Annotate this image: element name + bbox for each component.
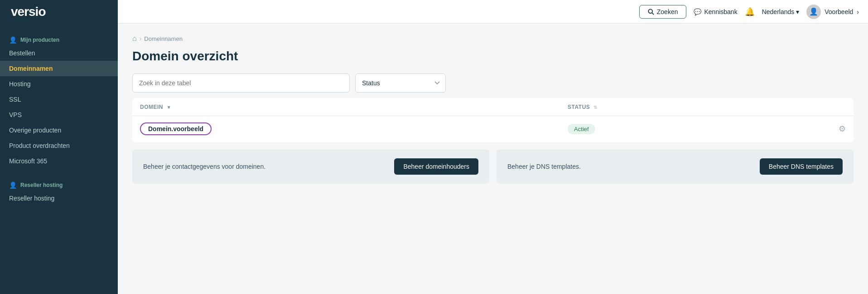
sidebar-section-reseller: 👤 Reseller hosting <box>0 176 118 191</box>
sidebar-item-domeinnamen[interactable]: Domeinnamen <box>0 61 118 76</box>
info-card-domeinhouders-text: Beheer je contactgegevens voor domeinen. <box>143 163 265 170</box>
breadcrumb: ⌂ › Domeinnamen <box>132 34 854 43</box>
status-filter-select[interactable]: Status Actief Inactief Verlopen <box>355 74 446 93</box>
table-header-row: DOMEIN ▼ STATUS ⇅ <box>133 98 854 116</box>
sort-icon-domain[interactable]: ▼ <box>167 105 171 110</box>
section1-label: Mijn producten <box>20 37 59 43</box>
domain-cell: Domein.voorbeeld <box>133 116 561 142</box>
user-profile[interactable]: 👤 Voorbeeld › <box>806 5 859 19</box>
domain-name-highlighted[interactable]: Domein.voorbeeld <box>140 122 212 135</box>
svg-line-1 <box>652 13 654 15</box>
col-header-status: STATUS ⇅ <box>560 98 831 116</box>
sidebar-item-overdrachten[interactable]: Product overdrachten <box>0 138 118 153</box>
main-content: ⌂ › Domeinnamen Domein overzicht Status … <box>118 24 868 294</box>
bell-icon: 🔔 <box>745 7 755 16</box>
language-selector[interactable]: Nederlands ▾ <box>762 8 800 15</box>
status-cell: Actief <box>560 116 831 142</box>
filter-row: Status Actief Inactief Verlopen <box>132 74 854 93</box>
user-chevron-icon: › <box>857 8 859 15</box>
actions-cell: ⚙ <box>831 116 854 142</box>
topnav-right: Zoeken 💬 Kennisbank 🔔 Nederlands ▾ 👤 Voo… <box>639 5 859 19</box>
search-label: Zoeken <box>657 8 678 15</box>
row-settings-button[interactable]: ⚙ <box>839 124 846 134</box>
reseller-icon: 👤 <box>9 181 17 189</box>
sidebar-section-mijn-producten: 👤 Mijn producten <box>0 31 118 45</box>
avatar: 👤 <box>806 5 821 19</box>
domain-table: DOMEIN ▼ STATUS ⇅ Domein.voorbeeld <box>132 98 854 142</box>
home-icon: ⌂ <box>132 34 137 43</box>
breadcrumb-separator: › <box>140 35 142 42</box>
sidebar-item-ssl[interactable]: SSL <box>0 92 118 107</box>
layout: 👤 Mijn producten Bestellen Domeinnamen H… <box>0 24 868 294</box>
sidebar-item-reseller[interactable]: Reseller hosting <box>0 191 118 206</box>
logo-area: versio <box>0 0 118 24</box>
username-label: Voorbeeld <box>825 8 853 15</box>
info-cards: Beheer je contactgegevens voor domeinen.… <box>132 149 854 184</box>
search-icon <box>648 9 654 15</box>
person-icon: 👤 <box>9 36 17 44</box>
beheer-domeinhouders-button[interactable]: Beheer domeinhouders <box>394 158 478 175</box>
table-row: Domein.voorbeeld Actief ⚙ <box>133 116 854 142</box>
beheer-dns-templates-button[interactable]: Beheer DNS templates <box>760 158 843 175</box>
kennisbank-button[interactable]: 💬 Kennisbank <box>694 8 737 15</box>
breadcrumb-current: Domeinnamen <box>144 35 183 42</box>
page-title: Domein overzicht <box>132 49 854 64</box>
sidebar-item-microsoft365[interactable]: Microsoft 365 <box>0 153 118 169</box>
chat-icon: 💬 <box>694 8 701 15</box>
kennisbank-label: Kennisbank <box>704 8 737 15</box>
section2-label: Reseller hosting <box>20 182 63 188</box>
sidebar-item-vps[interactable]: VPS <box>0 107 118 122</box>
info-card-domeinhouders: Beheer je contactgegevens voor domeinen.… <box>132 149 489 184</box>
topnav: versio Zoeken 💬 Kennisbank 🔔 Nederlands … <box>0 0 868 24</box>
language-label: Nederlands <box>762 8 795 15</box>
info-card-dns: Beheer je DNS templates. Beheer DNS temp… <box>497 149 854 184</box>
search-input[interactable] <box>132 74 350 93</box>
sort-icon-status[interactable]: ⇅ <box>593 105 598 110</box>
sidebar-item-hosting[interactable]: Hosting <box>0 76 118 92</box>
info-card-dns-text: Beheer je DNS templates. <box>507 163 581 170</box>
status-badge: Actief <box>568 124 595 134</box>
sidebar-item-bestellen[interactable]: Bestellen <box>0 45 118 61</box>
sidebar-item-overige[interactable]: Overige producten <box>0 122 118 138</box>
search-button[interactable]: Zoeken <box>639 5 687 19</box>
domain-name-container: Domein.voorbeeld <box>140 122 553 135</box>
col-header-domain: DOMEIN ▼ <box>133 98 561 116</box>
logo-text: versio <box>11 5 46 19</box>
col-header-actions <box>831 98 854 116</box>
sidebar: 👤 Mijn producten Bestellen Domeinnamen H… <box>0 24 118 294</box>
chevron-down-icon: ▾ <box>796 8 799 15</box>
notification-bell-button[interactable]: 🔔 <box>745 7 755 17</box>
svg-point-0 <box>648 9 652 13</box>
